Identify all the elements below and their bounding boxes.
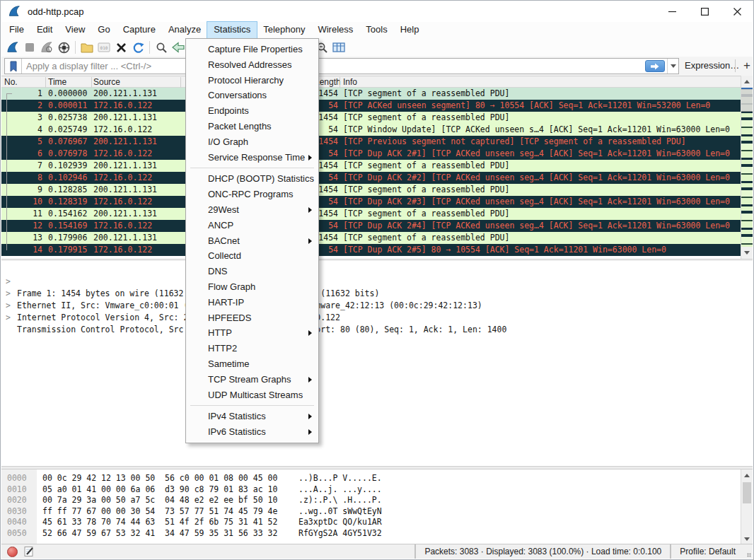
hex-bytes[interactable]: 00 0c 29 42 12 13 00 50 56 c0 00 01 08 0… — [42, 473, 277, 484]
display-filter-box[interactable] — [4, 58, 679, 74]
hex-row[interactable]: 0010 05 a0 01 41 00 00 6a 06 d3 90 c8 79… — [1, 484, 740, 496]
hex-ascii[interactable]: .z):.P.\ .H....P. — [298, 495, 382, 506]
menu-wireless[interactable]: Wireless — [311, 22, 359, 38]
minimize-button[interactable] — [656, 1, 688, 22]
hex-ascii[interactable]: ..)B...P V.....E. — [298, 473, 382, 484]
statistics-menu-item[interactable]: Endpoints — [186, 103, 318, 119]
statistics-menu-item[interactable]: TCP Stream Graphs — [186, 372, 318, 387]
menu-edit[interactable]: Edit — [30, 22, 59, 38]
hex-bytes[interactable]: 05 a0 01 41 00 00 6a 06 d3 90 c8 79 01 8… — [42, 484, 277, 496]
reload-file-icon[interactable] — [130, 40, 146, 55]
statistics-menu-item[interactable]: BACnet — [186, 233, 318, 249]
close-button[interactable] — [721, 1, 753, 22]
column-divider[interactable] — [180, 77, 181, 88]
packet-row[interactable]: 11 0.154162 200.121.1.131 1454 [TCP segm… — [1, 208, 743, 220]
scrollbar-thumb[interactable] — [741, 88, 753, 112]
capture-status-icon[interactable] — [7, 547, 18, 557]
statistics-menu-item[interactable]: HTTP2 — [186, 341, 318, 356]
hex-row[interactable]: 0000 00 0c 29 42 12 13 00 50 56 c0 00 01… — [1, 473, 740, 484]
packet-row[interactable]: 4 0.025749 172.16.0.122 54 [TCP Window U… — [1, 124, 743, 136]
hex-bytes[interactable]: 52 66 47 59 67 53 32 41 34 47 59 35 31 5… — [42, 528, 277, 539]
statistics-menu-item[interactable]: I/O Graph — [186, 134, 318, 150]
packet-row[interactable]: 10 0.128319 172.16.0.122 54 [TCP Dup ACK… — [1, 196, 743, 208]
column-divider[interactable] — [91, 77, 92, 88]
add-filter-button[interactable]: + — [740, 57, 754, 74]
packet-row[interactable]: 1 0.000000 200.121.1.131 1454 [TCP segme… — [1, 88, 743, 100]
detail-tree-row[interactable]: > Transmission Control Protocol, Src Por… — [1, 300, 753, 312]
packet-row[interactable]: 8 0.102946 172.16.0.122 54 [TCP Dup ACK … — [1, 172, 743, 184]
hex-row[interactable]: 0040 45 61 33 78 70 74 44 63 51 4f 2f 6b… — [1, 517, 740, 528]
column-header-no[interactable]: No. — [4, 77, 18, 87]
statistics-menu-item[interactable]: Collectd — [186, 248, 318, 264]
profile-label[interactable]: Profile: Default — [670, 544, 744, 559]
display-filter-input[interactable] — [22, 61, 645, 71]
statistics-menu-item[interactable]: Packet Lengths — [186, 119, 318, 134]
column-header-time[interactable]: Time — [48, 77, 66, 87]
scroll-up-button[interactable] — [741, 469, 753, 482]
statistics-menu-item[interactable]: Service Response Time — [186, 150, 318, 165]
packet-row[interactable]: 6 0.076978 172.16.0.122 54 [TCP Dup ACK … — [1, 148, 743, 160]
statistics-menu-item[interactable]: Protocol Hierarchy — [186, 73, 318, 88]
scroll-down-button[interactable] — [741, 247, 753, 259]
hex-row[interactable]: 0030 ff ff 77 67 00 00 30 54 73 57 77 51… — [1, 506, 740, 518]
statistics-menu-item[interactable]: IPv6 Statistics — [186, 424, 318, 440]
packet-list-scrollbar[interactable] — [741, 76, 753, 259]
detail-tree-row[interactable]: > Ethernet II, Src: Vmware_c0:00:01 (00:… — [1, 276, 753, 288]
expand-chevron-icon[interactable]: > — [6, 312, 11, 324]
start-capture-icon[interactable] — [5, 40, 21, 55]
hex-bytes[interactable]: 45 61 33 78 70 74 44 63 51 4f 2f 6b 75 3… — [42, 517, 277, 528]
packet-row[interactable]: 5 0.076967 200.121.1.131 1454 [TCP Previ… — [1, 136, 743, 148]
go-back-icon[interactable] — [170, 40, 186, 55]
menu-capture[interactable]: Capture — [117, 22, 162, 38]
menu-help[interactable]: Help — [394, 22, 426, 38]
statistics-menu-item[interactable]: ONC-RPC Programs — [186, 187, 318, 202]
menu-statistics[interactable]: Statistics — [207, 22, 257, 38]
hex-ascii[interactable]: Ea3xptDc QO/ku1AR — [298, 517, 382, 528]
hex-bytes[interactable]: ff ff 77 67 00 00 30 54 73 57 77 51 74 4… — [42, 506, 277, 518]
close-file-icon[interactable] — [113, 40, 129, 55]
hex-row[interactable]: 0050 52 66 47 59 67 53 32 41 34 47 59 35… — [1, 528, 740, 539]
hex-bytes[interactable]: 00 7a 29 3a 00 50 a7 5c 04 48 e2 e2 ee b… — [42, 495, 277, 506]
menu-analyze[interactable]: Analyze — [162, 22, 207, 38]
packet-row[interactable]: 13 0.179906 200.121.1.131 1454 [TCP segm… — [1, 232, 743, 244]
statistics-menu-item[interactable]: 29West — [186, 202, 318, 218]
save-file-icon[interactable]: 010 — [96, 40, 112, 55]
detail-tree-row[interactable]: > Frame 1: 1454 bytes on wire (11632 bit… — [1, 264, 753, 276]
packet-row[interactable]: 3 0.025738 200.121.1.131 1454 [TCP segme… — [1, 112, 743, 124]
statistics-menu-item[interactable]: UDP Multicast Streams — [186, 387, 318, 403]
restart-capture-icon[interactable] — [39, 40, 54, 55]
capture-comment-icon[interactable] — [23, 546, 35, 557]
hex-row[interactable]: 0020 00 7a 29 3a 00 50 a7 5c 04 48 e2 e2… — [1, 495, 740, 506]
filter-bookmark-icon[interactable] — [5, 59, 22, 74]
statistics-menu-item[interactable]: IPv4 Statistics — [186, 409, 318, 424]
packet-row[interactable]: 7 0.102939 200.121.1.131 1454 [TCP segme… — [1, 160, 743, 172]
hex-ascii[interactable]: ...A..j. ...y.... — [298, 484, 382, 496]
packet-row[interactable]: 14 0.179915 172.16.0.122 54 [TCP Dup ACK… — [1, 244, 743, 256]
hex-ascii[interactable]: RfGYgS2A 4GY51V32 — [298, 528, 382, 539]
statistics-menu-item[interactable]: Sametime — [186, 356, 318, 372]
capture-options-icon[interactable] — [56, 40, 71, 55]
resize-columns-icon[interactable] — [331, 40, 347, 55]
scroll-up-button[interactable] — [741, 76, 753, 88]
apply-filter-button[interactable] — [645, 60, 665, 72]
statistics-menu-item[interactable]: HPFEEDS — [186, 310, 318, 326]
menu-go[interactable]: Go — [91, 22, 116, 38]
statistics-menu-item[interactable]: Flow Graph — [186, 279, 318, 295]
menu-file[interactable]: File — [3, 22, 30, 38]
stop-capture-icon[interactable] — [22, 40, 37, 55]
hex-scrollbar[interactable] — [741, 469, 753, 545]
packet-row[interactable]: 12 0.154169 172.16.0.122 54 [TCP Dup ACK… — [1, 220, 743, 232]
statistics-menu-item[interactable]: HART-IP — [186, 295, 318, 310]
statistics-menu-item[interactable]: ANCP — [186, 218, 318, 233]
menu-view[interactable]: View — [59, 22, 91, 38]
scrollbar-thumb[interactable] — [743, 482, 751, 503]
statistics-menu-item[interactable]: Conversations — [186, 88, 318, 103]
statistics-menu-item[interactable]: HTTP — [186, 325, 318, 341]
statistics-menu-item[interactable]: DHCP (BOOTP) Statistics — [186, 171, 318, 187]
resize-grip[interactable] — [744, 544, 753, 559]
packet-list-header[interactable]: No. Time Source Length Info — [1, 76, 743, 88]
find-packet-icon[interactable] — [153, 40, 169, 55]
menu-telephony[interactable]: Telephony — [257, 22, 311, 38]
maximize-button[interactable] — [688, 1, 721, 22]
detail-tree-row[interactable]: > Internet Protocol Version 4, Src: 200.… — [1, 288, 753, 300]
